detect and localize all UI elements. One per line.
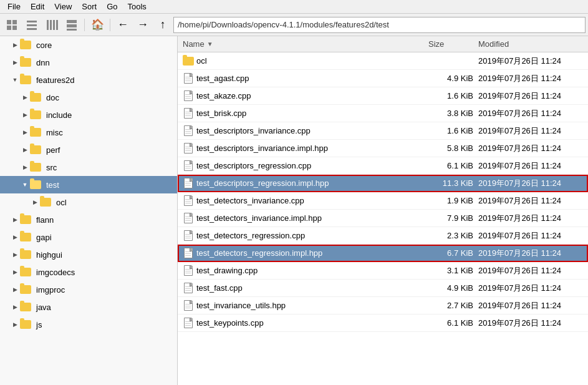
toggle-icon[interactable]: ▶ [20,162,30,172]
tree-item-features2d[interactable]: ▼features2d [0,71,177,89]
toolbar-icon-view4[interactable] [62,16,81,34]
file-modified: 2019年07月26日 11:24 [476,125,588,137]
table-row[interactable]: test_invariance_utils.hpp2.7 KiB2019年07月… [178,297,588,314]
toggle-icon[interactable]: ▶ [10,57,20,67]
back-button[interactable]: ← [113,16,132,34]
tree-item-flann[interactable]: ▶flann [0,211,177,228]
folder-icon [20,303,31,311]
toggle-icon[interactable]: ▶ [10,250,20,260]
table-row[interactable]: test_akaze.cpp1.6 KiB2019年07月26日 11:24 [178,87,588,105]
toggle-icon[interactable]: ▶ [10,319,20,329]
forward-button[interactable]: → [133,16,152,34]
file-modified: 2019年07月26日 11:24 [476,248,588,259]
tree-item-misc[interactable]: ▶misc [0,124,177,141]
folder-icon [20,320,31,329]
file-size: 6.1 KiB [426,318,476,328]
svg-rect-6 [27,28,37,30]
table-row[interactable]: test_descriptors_invariance.impl.hpp5.8 … [178,140,588,157]
toggle-icon[interactable]: ▶ [10,232,20,242]
table-row[interactable]: test_brisk.cpp3.8 KiB2019年07月26日 11:24 [178,105,588,122]
folder-icon [20,285,31,294]
tree-item-js[interactable]: ▶js [0,316,177,333]
tree-item-src[interactable]: ▶src [0,158,177,176]
table-row[interactable]: test_detectors_invariance.cpp1.9 KiB2019… [178,192,588,210]
menu-file[interactable]: File [2,1,26,12]
folder-icon [30,110,41,119]
table-row[interactable]: test_drawing.cpp3.1 KiB2019年07月26日 11:24 [178,262,588,280]
file-icon [183,196,194,206]
tree-item-ocl[interactable]: ▶ocl [0,193,177,211]
toggle-icon[interactable]: ▶ [10,215,20,225]
menu-go[interactable]: Go [102,1,122,12]
table-row[interactable]: test_detectors_invariance.impl.hpp7.9 Ki… [178,210,588,227]
toolbar-icon-view2[interactable] [22,16,41,34]
tree-item-label: imgproc [36,285,65,295]
tree-item-label: ocl [56,198,67,207]
home-button[interactable]: 🏠 [88,16,107,34]
toolbar-icon-view1[interactable] [2,16,21,34]
tree-item-perf[interactable]: ▶perf [0,141,177,158]
file-name: test_detectors_regression.cpp [196,231,426,240]
folder-icon [20,233,31,241]
table-row[interactable]: test_descriptors_regression.impl.hpp11.3… [178,175,588,192]
tree-item-test[interactable]: ▼test [0,176,177,193]
file-modified: 2019年07月26日 11:24 [476,318,588,329]
tree-item-include[interactable]: ▶include [0,106,177,124]
address-bar[interactable]: /home/pi/Downloads/opencv-4.1.1/modules/… [173,17,586,33]
toggle-icon[interactable]: ▼ [20,180,30,190]
tree-item-label: misc [46,128,63,137]
toggle-icon[interactable]: ▶ [10,267,20,277]
svg-rect-13 [67,29,77,31]
toggle-icon[interactable]: ▶ [30,197,40,207]
folder-icon [20,58,31,67]
folder-icon [20,41,31,49]
toggle-icon[interactable]: ▶ [20,110,30,120]
tree-item-highgui[interactable]: ▶highgui [0,246,177,263]
toggle-icon[interactable]: ▼ [10,75,20,85]
toolbar-icon-view3[interactable] [42,16,61,34]
file-modified: 2019年07月26日 11:24 [476,300,588,311]
table-row[interactable]: test_detectors_regression.cpp2.3 KiB2019… [178,227,588,245]
up-button[interactable]: ↑ [153,16,172,34]
tree-item-imgcodecs[interactable]: ▶imgcodecs [0,263,177,281]
table-row[interactable]: test_agast.cpp4.9 KiB2019年07月26日 11:24 [178,70,588,87]
tree-item-label: doc [46,93,59,102]
file-panel[interactable]: Name ▼ Size Modified ocl2019年07月26日 11:2… [178,36,588,385]
svg-rect-4 [27,21,37,22]
table-row[interactable]: test_keypoints.cpp6.1 KiB2019年07月26日 11:… [178,314,588,332]
toggle-icon[interactable]: ▶ [20,145,30,155]
col-name-header[interactable]: Name ▼ [178,36,426,52]
file-name: test_brisk.cpp [196,109,426,118]
col-modified-header[interactable]: Modified [476,39,588,49]
tree-item-imgproc[interactable]: ▶imgproc [0,281,177,298]
toggle-icon[interactable]: ▶ [10,285,20,295]
svg-rect-2 [7,26,11,30]
table-row[interactable]: test_descriptors_regression.cpp6.1 KiB20… [178,157,588,175]
toggle-icon[interactable]: ▶ [10,40,20,50]
table-row[interactable]: test_detectors_regression.impl.hpp6.7 Ki… [178,245,588,262]
file-modified: 2019年07月26日 11:24 [476,90,588,102]
toggle-icon[interactable]: ▶ [10,302,20,312]
table-row[interactable]: test_descriptors_invariance.cpp1.6 KiB20… [178,122,588,140]
table-row[interactable]: ocl2019年07月26日 11:24 [178,52,588,70]
table-row[interactable]: test_fast.cpp4.9 KiB2019年07月26日 11:24 [178,280,588,297]
file-name: test_descriptors_regression.cpp [196,161,426,170]
file-size: 1.6 KiB [426,126,476,135]
file-size: 11.3 KiB [426,178,476,188]
folder-icon [20,76,31,84]
tree-item-java[interactable]: ▶java [0,298,177,316]
toggle-icon[interactable]: ▶ [20,92,30,102]
menu-view[interactable]: View [49,1,77,12]
menu-edit[interactable]: Edit [26,1,49,12]
col-size-header[interactable]: Size [426,39,476,49]
menu-sort[interactable]: Sort [77,1,102,12]
tree-item-doc[interactable]: ▶doc [0,89,177,106]
menu-tools[interactable]: Tools [123,1,152,12]
tree-item-core[interactable]: ▶core [0,36,177,54]
tree-item-gapi[interactable]: ▶gapi [0,228,177,246]
tree-item-dnn[interactable]: ▶dnn [0,54,177,71]
folder-icon [40,198,51,207]
tree-item-label: java [36,303,51,312]
tree-panel[interactable]: ▶core▶dnn▼features2d▶doc▶include▶misc▶pe… [0,36,178,385]
toggle-icon[interactable]: ▶ [20,127,30,137]
